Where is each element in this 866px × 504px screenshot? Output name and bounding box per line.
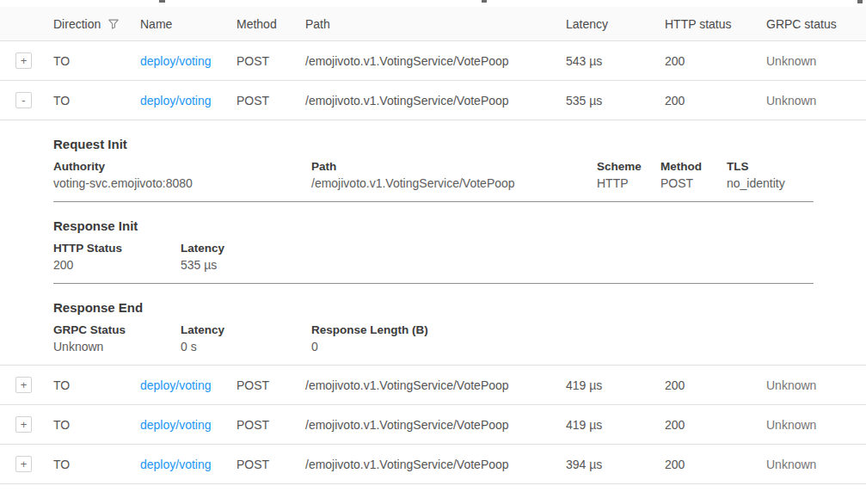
field-label: Authority: [53, 160, 311, 173]
method-cell: POST: [236, 94, 305, 108]
field-value: 200: [53, 258, 181, 272]
field-value: HTTP: [597, 176, 660, 190]
field-label: Latency: [181, 242, 814, 255]
resource-link[interactable]: deploy/voting: [140, 54, 212, 68]
expanded-row-detail: Request Init Authority voting-svc.emojiv…: [0, 137, 866, 366]
field-value: 535 µs: [181, 258, 814, 272]
response-end-section: Response End GRPC Status Unknown Latency…: [53, 300, 814, 365]
expand-row-button[interactable]: +: [15, 52, 32, 69]
section-title: Response Init: [53, 218, 814, 233]
http-status-cell: 200: [665, 94, 766, 108]
latency-cell: 543 µs: [566, 54, 665, 68]
http-status-cell: 200: [665, 418, 766, 432]
detail-field: TLS no_identity: [727, 160, 814, 190]
direction-cell: TO: [53, 378, 140, 392]
field-label: Method: [660, 160, 727, 173]
detail-field: Response Length (B) 0: [311, 323, 814, 353]
latency-cell: 419 µs: [566, 378, 665, 392]
http-status-cell: 200: [665, 378, 766, 392]
table-header-row: Direction Name Method Path Latency HTTP …: [0, 7, 866, 41]
field-label: Latency: [181, 323, 311, 336]
detail-field: Method POST: [660, 160, 727, 190]
grpc-status-cell: Unknown: [766, 94, 866, 108]
grpc-status-cell: Unknown: [766, 458, 866, 471]
collapse-row-button[interactable]: -: [15, 92, 32, 108]
column-header-name: Name: [140, 17, 236, 31]
path-cell: /emojivoto.v1.VotingService/VotePoop: [305, 458, 566, 471]
section-title: Response End: [53, 300, 814, 315]
method-cell: POST: [236, 418, 305, 432]
path-cell: /emojivoto.v1.VotingService/VotePoop: [305, 418, 566, 432]
expand-row-button[interactable]: +: [15, 456, 32, 472]
table-row: + TO deploy/voting POST /emojivoto.v1.Vo…: [0, 366, 866, 405]
direction-cell: TO: [53, 418, 140, 432]
field-value: 0: [311, 340, 814, 353]
path-cell: /emojivoto.v1.VotingService/VotePoop: [305, 378, 566, 392]
request-init-section: Request Init Authority voting-svc.emojiv…: [53, 137, 814, 202]
section-title: Request Init: [53, 137, 814, 151]
column-header-method: Method: [236, 17, 305, 31]
detail-field: GRPC Status Unknown: [53, 323, 181, 353]
detail-field: Path /emojivoto.v1.VotingService/VotePoo…: [311, 160, 597, 190]
detail-field: Scheme HTTP: [597, 160, 660, 190]
field-label: TLS: [727, 160, 814, 173]
field-label: Path: [311, 160, 597, 173]
latency-cell: 535 µs: [566, 94, 665, 108]
column-header-path: Path: [305, 17, 566, 31]
detail-field: Latency 0 s: [181, 323, 311, 353]
detail-field: HTTP Status 200: [53, 242, 181, 272]
direction-cell: TO: [53, 54, 140, 68]
clipped-text-artifact: [482, 0, 487, 3]
expand-row-button[interactable]: +: [15, 416, 32, 433]
field-label: Response Length (B): [311, 323, 814, 336]
detail-field: Latency 535 µs: [181, 242, 814, 272]
direction-cell: TO: [53, 94, 140, 108]
resource-link[interactable]: deploy/voting: [140, 378, 212, 392]
grpc-status-cell: Unknown: [766, 378, 866, 392]
method-cell: POST: [236, 378, 305, 392]
column-header-direction: Direction: [53, 17, 140, 31]
detail-field: Authority voting-svc.emojivoto:8080: [53, 160, 311, 190]
tap-table: Direction Name Method Path Latency HTTP …: [0, 7, 866, 484]
path-cell: /emojivoto.v1.VotingService/VotePoop: [305, 94, 566, 108]
http-status-cell: 200: [665, 54, 766, 68]
resource-link[interactable]: deploy/voting: [140, 418, 212, 432]
table-row: + TO deploy/voting POST /emojivoto.v1.Vo…: [0, 445, 866, 484]
filter-funnel-icon[interactable]: [107, 18, 120, 30]
table-row: + TO deploy/voting POST /emojivoto.v1.Vo…: [0, 41, 866, 81]
latency-cell: 419 µs: [566, 418, 665, 432]
response-init-section: Response Init HTTP Status 200 Latency 53…: [53, 218, 814, 284]
column-header-http-status: HTTP status: [665, 17, 766, 31]
method-cell: POST: [236, 54, 305, 68]
direction-cell: TO: [53, 458, 140, 471]
column-header-grpc-status: GRPC status: [766, 17, 866, 31]
table-row: + TO deploy/voting POST /emojivoto.v1.Vo…: [0, 405, 866, 445]
table-row-expanded: - TO deploy/voting POST /emojivoto.v1.Vo…: [0, 81, 866, 120]
method-cell: POST: [236, 458, 305, 471]
clipped-text-artifact: [857, 0, 863, 3]
path-cell: /emojivoto.v1.VotingService/VotePoop: [305, 54, 566, 68]
expand-row-button[interactable]: +: [15, 377, 32, 393]
field-value: voting-svc.emojivoto:8080: [53, 176, 311, 190]
column-header-latency: Latency: [566, 17, 665, 31]
field-label: GRPC Status: [53, 323, 181, 336]
clipped-top-content: [0, 0, 866, 7]
latency-cell: 394 µs: [566, 458, 665, 471]
field-value: 0 s: [181, 340, 311, 353]
field-label: Scheme: [597, 160, 660, 173]
http-status-cell: 200: [665, 458, 766, 471]
field-value: no_identity: [727, 176, 814, 190]
column-header-direction-label: Direction: [53, 17, 101, 31]
resource-link[interactable]: deploy/voting: [140, 94, 212, 108]
resource-link[interactable]: deploy/voting: [140, 458, 212, 471]
clipped-text-artifact: [159, 0, 165, 3]
field-value: Unknown: [53, 340, 181, 353]
field-value: /emojivoto.v1.VotingService/VotePoop: [311, 176, 597, 190]
grpc-status-cell: Unknown: [766, 418, 866, 432]
grpc-status-cell: Unknown: [766, 54, 866, 68]
field-label: HTTP Status: [53, 242, 181, 255]
field-value: POST: [660, 176, 727, 190]
